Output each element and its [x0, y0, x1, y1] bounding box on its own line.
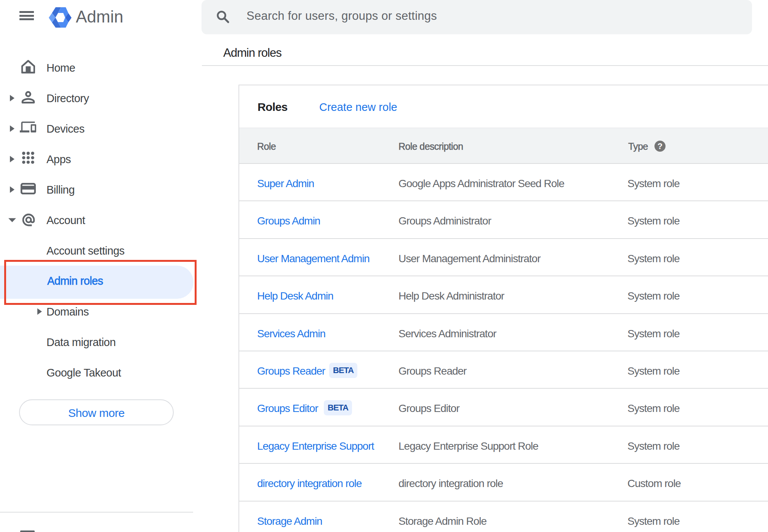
svg-text:?: ?	[658, 141, 662, 151]
